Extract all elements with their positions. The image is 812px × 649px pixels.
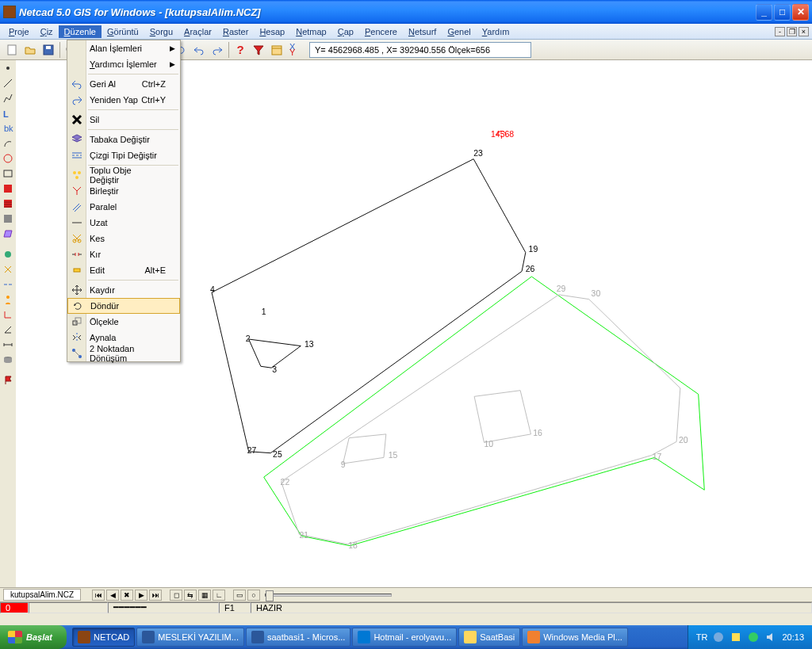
bt-fullext[interactable]: ◻ bbox=[170, 590, 182, 601]
lt-point[interactable] bbox=[1, 61, 15, 75]
menu-item-geri-al[interactable]: Geri AlCtrl+Z bbox=[67, 76, 180, 92]
task-saatbasi1-micros-[interactable]: saatbasi1 - Micros... bbox=[246, 628, 350, 647]
status-layer-color[interactable]: 0 bbox=[0, 602, 29, 613]
menu-yardım[interactable]: Yardım bbox=[477, 25, 515, 38]
menu-genel[interactable]: Genel bbox=[442, 25, 476, 38]
lt-hatch[interactable] bbox=[1, 181, 15, 196]
close-button[interactable]: ✕ bbox=[792, 4, 809, 21]
lt-circle[interactable] bbox=[1, 151, 15, 166]
tb-new[interactable] bbox=[3, 41, 21, 59]
mdi-minimize[interactable]: - bbox=[775, 27, 785, 36]
menu-item-edit[interactable]: EditAlt+E bbox=[67, 262, 180, 278]
status-linetype[interactable]: ━━━━━━ bbox=[108, 602, 219, 613]
menu-item-döndür[interactable]: Döndür bbox=[67, 298, 180, 314]
bt-ortho[interactable]: ∟ bbox=[213, 590, 225, 601]
bt-next[interactable]: ▶ bbox=[135, 590, 147, 601]
lt-angle[interactable] bbox=[1, 323, 15, 337]
lt-hatch2[interactable] bbox=[1, 197, 15, 211]
mdi-close[interactable]: × bbox=[799, 27, 809, 36]
bt-prev[interactable]: ◀ bbox=[106, 590, 119, 601]
document-tab[interactable]: kutupsalAlim.NCZ bbox=[3, 589, 81, 601]
tray-icon-3[interactable] bbox=[747, 631, 760, 643]
lt-parallelogram[interactable] bbox=[1, 227, 15, 241]
task-saatbasi[interactable]: SaatBasi bbox=[458, 628, 520, 647]
menu-item-kes[interactable]: Kes bbox=[67, 231, 180, 246]
menu-item-kaydır[interactable]: Kaydır bbox=[67, 282, 180, 298]
lt-line[interactable] bbox=[1, 76, 15, 90]
bt-last[interactable]: ⏭ bbox=[149, 590, 162, 601]
lt-rect[interactable] bbox=[1, 166, 15, 181]
bt-grid[interactable]: ▦ bbox=[198, 590, 211, 601]
menu-item-çizgi-tipi-değiştir[interactable]: Çizgi Tipi Değiştir bbox=[67, 147, 180, 163]
start-label: Başlat bbox=[26, 632, 52, 642]
task-netcad[interactable]: NETCAD bbox=[72, 628, 135, 647]
bt-first[interactable]: ⏮ bbox=[92, 590, 105, 601]
lt-text[interactable]: L bbox=[1, 106, 15, 120]
status-f1[interactable]: F1 bbox=[219, 602, 251, 613]
menu-item-yeniden-yap[interactable]: Yeniden YapCtrl+Y bbox=[67, 92, 180, 108]
lt-person[interactable] bbox=[1, 292, 15, 307]
menu-item-toplu-obje-değiştir[interactable]: Toplu Obje Değiştir bbox=[67, 167, 180, 183]
menu-raster[interactable]: Raster bbox=[217, 25, 254, 38]
menu-item-ölçekle[interactable]: Ölçekle bbox=[67, 314, 180, 330]
menu-item-alan-i̇şlemleri[interactable]: Alan İşlemleri▶ bbox=[67, 40, 180, 56]
lt-scissors[interactable] bbox=[1, 262, 15, 277]
task-hotmail-erolyavu-[interactable]: Hotmail - erolyavu... bbox=[352, 628, 457, 647]
bt-circle[interactable]: ○ bbox=[247, 590, 260, 601]
opacity-slider[interactable] bbox=[265, 594, 392, 597]
bt-rect[interactable]: ▭ bbox=[233, 590, 246, 601]
tb-undo[interactable] bbox=[190, 41, 208, 59]
tray-icon-1[interactable] bbox=[712, 631, 725, 643]
tb-filter[interactable] bbox=[250, 41, 267, 59]
lt-node[interactable] bbox=[1, 247, 15, 262]
menu-düzenle[interactable]: Düzenle bbox=[59, 25, 102, 38]
tb-calendar[interactable] bbox=[268, 41, 285, 59]
lt-polyline[interactable] bbox=[1, 91, 15, 105]
menu-pencere[interactable]: Pencere bbox=[359, 25, 403, 38]
menu-item-2-noktadan-dönüşüm[interactable]: 2 Noktadan Dönüşüm bbox=[67, 345, 180, 361]
menu-netsurf[interactable]: Netsurf bbox=[403, 25, 442, 38]
menu-item-kır[interactable]: Kır bbox=[67, 246, 180, 262]
menu-sorgu[interactable]: Sorgu bbox=[144, 25, 178, 38]
lt-block[interactable]: bk bbox=[1, 121, 15, 136]
menu-netmap[interactable]: Netmap bbox=[290, 25, 332, 38]
menu-görüntü[interactable]: Görüntü bbox=[102, 25, 144, 38]
task-windows-media-pl-[interactable]: Windows Media Pl... bbox=[522, 628, 628, 647]
task-mesleki-yazilim-[interactable]: MESLEKİ YAZILIM... bbox=[136, 628, 244, 647]
menu-item-birleştir[interactable]: Birleştir bbox=[67, 183, 180, 199]
menu-item-paralel[interactable]: Paralel bbox=[67, 199, 180, 215]
menu-item-sil[interactable]: Sil bbox=[67, 112, 180, 128]
bt-swap[interactable]: ⇆ bbox=[184, 590, 197, 601]
menu-çiz[interactable]: Çiz bbox=[35, 25, 59, 38]
tb-redo[interactable] bbox=[209, 41, 226, 59]
language-indicator[interactable]: TR bbox=[696, 632, 708, 642]
clock[interactable]: 20:13 bbox=[782, 632, 804, 642]
tb-open[interactable] bbox=[21, 41, 39, 59]
menu-item-uzat[interactable]: Uzat bbox=[67, 215, 180, 231]
menu-proje[interactable]: Proje bbox=[3, 25, 35, 38]
menu-hesap[interactable]: Hesap bbox=[254, 25, 290, 38]
bt-cancel[interactable]: ✖ bbox=[121, 590, 133, 601]
mdi-restore[interactable]: ❐ bbox=[787, 27, 797, 36]
menu-item-tabaka-değiştir[interactable]: Tabaka Değiştir bbox=[67, 132, 180, 147]
tb-coords[interactable]: XY bbox=[286, 41, 304, 59]
minimize-button[interactable]: _ bbox=[756, 4, 772, 21]
lt-ortho[interactable] bbox=[1, 307, 15, 322]
lt-arc[interactable] bbox=[1, 136, 15, 151]
tb-help[interactable]: ? bbox=[232, 41, 249, 59]
maximize-button[interactable]: □ bbox=[774, 4, 791, 21]
status-layer-name[interactable] bbox=[29, 602, 108, 613]
lt-flag[interactable] bbox=[1, 373, 15, 387]
lt-join[interactable] bbox=[1, 277, 15, 292]
menu-araçlar[interactable]: Araçlar bbox=[178, 25, 217, 38]
menu-item-yardımcı-i̇şlemler[interactable]: Yardımcı İşlemler▶ bbox=[67, 56, 180, 72]
tray-icon-2[interactable] bbox=[730, 631, 742, 643]
menu-item-aynala[interactable]: Aynala bbox=[67, 330, 180, 345]
menu-çap[interactable]: Çap bbox=[332, 25, 359, 38]
lt-db[interactable] bbox=[1, 353, 15, 367]
lt-dim[interactable] bbox=[1, 338, 15, 352]
start-button[interactable]: Başlat bbox=[0, 625, 67, 649]
tray-icon-volume[interactable] bbox=[764, 631, 777, 643]
tb-save[interactable] bbox=[40, 41, 57, 59]
lt-raster[interactable] bbox=[1, 212, 15, 226]
